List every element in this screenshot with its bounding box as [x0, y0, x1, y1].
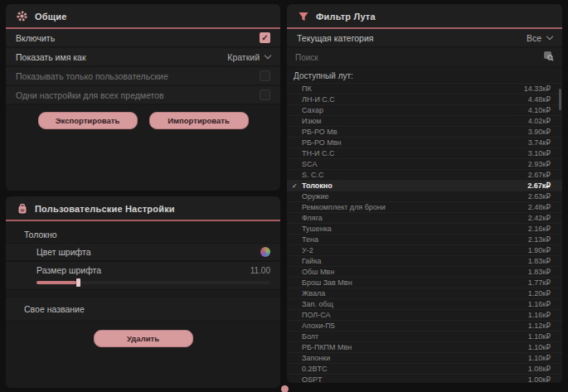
loot-row[interactable]: ПОЛ-СА 1.16к₽	[287, 310, 562, 321]
loot-item-value: 1.10к₽	[528, 343, 551, 351]
loot-list: ПК 14.33к₽ ЛН-И С.С 4.48к₽ Сахар 4.10к₽ …	[287, 83, 562, 383]
loot-row[interactable]: ЛН-И С.С 4.48к₽	[287, 94, 562, 105]
same-settings-row: Одни настройки для всех предметов	[6, 86, 280, 105]
loot-item-value: 2.16к₽	[528, 225, 551, 233]
loot-item-value: 4.10к₽	[528, 106, 551, 114]
same-settings-label: Одни настройки для всех предметов	[16, 90, 164, 100]
loot-row[interactable]: ✓ Толокно 2.67к₽	[287, 181, 562, 191]
loot-row[interactable]: S. С.С 2.67к₽	[287, 170, 562, 181]
loot-row[interactable]: Обш Мвн 1.83к₽	[287, 267, 562, 278]
loot-item-name: Толокно	[302, 181, 527, 190]
loot-row[interactable]: Сахар 4.10к₽	[287, 105, 562, 116]
loot-row[interactable]: Оружие 2.63к₽	[287, 191, 562, 202]
loot-item-value: 1.77к₽	[528, 278, 551, 287]
loot-row[interactable]: SCA 2.93к₽	[287, 159, 562, 170]
loot-row[interactable]: Апохи-П5 1.12к₽	[287, 321, 562, 332]
category-value: Все	[527, 33, 541, 43]
loot-row[interactable]: Фляга 2.42к₽	[287, 213, 562, 224]
category-dropdown[interactable]: Все	[527, 33, 552, 43]
loot-item-value: 2.67к₽	[527, 181, 551, 190]
loot-item-name: ПК	[302, 85, 524, 93]
show-name-dropdown[interactable]: Краткий	[227, 52, 270, 62]
loot-row[interactable]: РБ-РО Мв 3.90к₽	[287, 127, 562, 138]
delete-row: Удалить	[6, 322, 280, 356]
category-label: Текущая категория	[297, 33, 374, 43]
loot-item-name: Болт	[302, 332, 528, 341]
loot-item-name: OSPT	[302, 375, 528, 383]
loot-item-name: ПОЛ-СА	[302, 311, 528, 319]
loot-item-name: ЛН-И С.С	[302, 95, 528, 104]
general-panel-header: Общие	[6, 4, 280, 29]
loot-row[interactable]: Тена 2.13к₽	[287, 235, 562, 245]
loot-item-value: 1.10к₽	[528, 332, 551, 341]
only-custom-checkbox[interactable]	[260, 70, 270, 81]
resize-handle[interactable]	[281, 385, 289, 392]
loot-item-name: 0.2BTC	[302, 365, 528, 373]
loot-row[interactable]: Болт 1.10к₽	[287, 332, 562, 342]
export-button[interactable]: Экспортировать	[38, 112, 138, 129]
loot-row[interactable]: Брош Зав Мвн 1.77к₽	[287, 278, 562, 288]
loot-item-name: РБ-РО Мв	[302, 128, 528, 136]
loot-item-name: Зап. общ	[302, 300, 528, 308]
font-size-slider[interactable]	[36, 281, 270, 284]
loot-item-name: Изюм	[302, 117, 528, 125]
loot-row[interactable]: Жвала 1.20к₽	[287, 288, 562, 299]
custom-name-row: Свое название	[6, 297, 280, 322]
loot-row[interactable]: РБ-РО Мвн 3.74к₽	[287, 138, 562, 148]
import-button[interactable]: Импортировать	[149, 112, 249, 129]
font-size-value: 11.00	[250, 266, 270, 275]
loot-row[interactable]: У-2 1.90к₽	[287, 245, 562, 256]
search-icon[interactable]	[543, 50, 554, 65]
loot-row[interactable]: ПК 14.33к₽	[287, 84, 562, 94]
loot-item-name: Тушенка	[302, 225, 528, 233]
custom-name-input[interactable]	[93, 305, 270, 314]
slider-thumb[interactable]	[76, 278, 80, 287]
loot-row[interactable]: ТН-И С.С 3.10к₽	[287, 148, 562, 159]
loot-row[interactable]: Запонки 1.10к₽	[287, 353, 562, 364]
loot-item-value: 14.33к₽	[524, 85, 551, 93]
slider-fill	[36, 281, 76, 284]
loot-item-name: Жвала	[302, 289, 528, 298]
loot-row[interactable]: Зап. общ 1.16к₽	[287, 299, 562, 310]
loot-filter-panel: Фильтр Лута Текущая категория Все	[287, 4, 562, 383]
loot-row[interactable]: Ремкомплект для брони 2.48к₽	[287, 202, 562, 213]
loot-row[interactable]: Гайка 1.83к₽	[287, 256, 562, 267]
selected-check-icon: ✓	[292, 182, 302, 190]
loot-item-name: У-2	[302, 246, 528, 254]
loot-item-value: 2.67к₽	[528, 171, 551, 179]
panel-title: Фильтр Лута	[316, 12, 376, 22]
loot-item-value: 1.16к₽	[528, 311, 551, 319]
loot-row[interactable]: Тушенка 2.16к₽	[287, 224, 562, 235]
show-name-label: Показать имя как	[16, 52, 86, 62]
loot-item-value: 4.02к₽	[528, 117, 551, 125]
funnel-icon	[297, 10, 309, 22]
loot-item-name: РБ-РО Мвн	[302, 138, 528, 147]
chevron-down-icon	[546, 33, 553, 40]
panel-title: Пользовательские Настройки	[35, 204, 175, 214]
loot-item-value: 1.83к₽	[528, 268, 551, 276]
font-size-label: Размер шрифта	[36, 265, 101, 275]
loot-item-value: 2.42к₽	[528, 214, 551, 222]
chevron-down-icon	[265, 52, 271, 59]
loot-item-value: 1.20к₽	[528, 289, 551, 298]
loot-row[interactable]: Изюм 4.02к₽	[287, 116, 562, 127]
loot-item-value: 1.12к₽	[528, 322, 551, 330]
loot-row[interactable]: РБ-ПКПМ Мвн 1.10к₽	[287, 342, 562, 353]
available-loot-label: Доступный лут:	[287, 68, 562, 83]
backpack-icon	[16, 202, 28, 215]
scrollbar-thumb[interactable]	[559, 89, 561, 110]
font-size-slider-wrap	[6, 278, 280, 290]
right-column: Фильтр Лута Текущая категория Все	[287, 4, 562, 388]
enable-checkbox[interactable]: ✓	[260, 32, 270, 43]
loot-row[interactable]: 0.2BTC 1.08к₽	[287, 364, 562, 375]
user-settings-header: Пользовательские Настройки	[6, 196, 280, 221]
delete-button[interactable]: Удалить	[94, 330, 193, 347]
loot-item-name: Ремкомплект для брони	[302, 203, 528, 211]
loot-item-name: РБ-ПКПМ Мвн	[302, 343, 528, 351]
same-settings-checkbox[interactable]	[260, 90, 270, 100]
selected-item-name: Толокно	[6, 221, 280, 243]
loot-item-name: ТН-И С.С	[302, 149, 528, 157]
color-picker-icon[interactable]	[260, 247, 270, 257]
loot-row[interactable]: OSPT 1.00к₽	[287, 375, 562, 383]
search-input[interactable]	[295, 53, 543, 62]
